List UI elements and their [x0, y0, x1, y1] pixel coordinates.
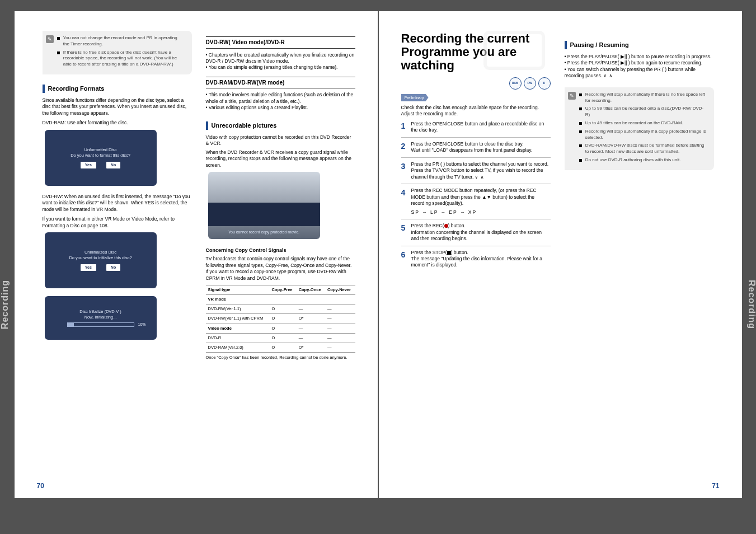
preliminary-tag: Preliminary	[401, 94, 429, 101]
yes-button: Yes	[81, 162, 96, 168]
osd-screen-copyguard: You cannot record copy protected movie.	[208, 172, 320, 239]
step-1: 1 Press the OPEN/CLOSE button and place …	[401, 118, 551, 138]
osd-screen-init: Uninitialized Disc Do you want to initia…	[45, 232, 157, 288]
bullet-text: • You can do simple editing (erasing tit…	[206, 64, 355, 71]
body-text: When the DVD Recorder & VCR receives a c…	[206, 149, 355, 168]
body-text: DVD-RW: When an unused disc is first ins…	[43, 194, 192, 213]
step-4: 4 Press the REC MODE button repeatedly, …	[401, 184, 551, 219]
no-button: No	[106, 162, 120, 168]
step-6: 6 Press the STOP() button.The message "U…	[401, 246, 551, 272]
page-number: 70	[37, 481, 44, 490]
side-tab: Recording	[0, 280, 11, 329]
body-text: Check that the disc has enough available…	[401, 105, 551, 118]
section-recording-formats: Recording Formats	[43, 85, 192, 93]
note-block: ✎ Recording will stop automatically if t…	[565, 87, 714, 170]
record-icon	[444, 224, 448, 228]
section-unrecordable: Unrecordable pictures	[206, 121, 355, 130]
page-right: Recording Recording the current Programm…	[379, 11, 742, 498]
disc-icon: R	[538, 77, 551, 90]
disc-icon: RAM	[509, 77, 522, 90]
body-text: DVD-RAM: Use after formatting the disc.	[43, 120, 192, 126]
body-text: TV broadcasts that contain copy control …	[206, 256, 355, 282]
note-text: Up to 99 titles can be recorded onto a d…	[585, 106, 706, 118]
note-block: ✎ You can not change the record mode and…	[43, 31, 192, 74]
body-text: Video with copy protection cannot be rec…	[206, 134, 355, 147]
compatible-discs: RAM RW R	[401, 77, 551, 90]
note-text: Recording will stop automatically if the…	[585, 92, 706, 104]
body-text: Since available functions differ dependi…	[43, 97, 192, 116]
osd-screen-format: Unformatted Disc Do you want to format t…	[45, 130, 157, 186]
progress-bar: 10%	[67, 322, 134, 327]
step-5: 5 Press the REC() button.Information con…	[401, 219, 551, 246]
page-left: Recording ✎ You can not change the recor…	[15, 11, 378, 498]
no-button: No	[106, 264, 120, 270]
sub-head-video-mode: DVD-RW( Video mode)/DVD-R	[206, 36, 355, 49]
footnote: Once "Copy Once" has been recorded, Reco…	[206, 355, 355, 360]
sub-head-vr-mode: DVD-RAM/DVD-RW(VR mode)	[206, 77, 355, 89]
page-number: 71	[712, 481, 719, 490]
note-text: Recording will stop automatically if a c…	[585, 129, 706, 141]
step-3: 3 Press the PR ( ) buttons to select the…	[401, 158, 551, 184]
copy-signal-table: Signal type Copy-Free Copy-Once Copy-Nev…	[206, 285, 355, 353]
bullet-text: • You can switch channels by pressing th…	[565, 67, 714, 79]
bullet-text: • Press the PLAY/PAUSE( ▶|| ) button to …	[565, 54, 714, 60]
pencil-icon: ✎	[568, 92, 576, 100]
bullet-text: • Chapters will be created automatically…	[206, 52, 355, 65]
yes-button: Yes	[81, 264, 96, 270]
disc-icon: RW	[524, 77, 536, 90]
note-text: Do not use DVD-R authoring discs with th…	[585, 157, 681, 163]
pencil-icon: ✎	[46, 35, 54, 43]
sub-head-copy-control: Concerning Copy Control Signals	[206, 247, 355, 254]
bullet-text: • This mode involves multiple editing fu…	[206, 92, 355, 105]
side-tab: Recording	[745, 280, 756, 329]
section-pausing: Pausing / Resuming	[565, 41, 714, 49]
body-text: If you want to format in either VR Mode …	[43, 216, 192, 229]
note-text: You can not change the record mode and P…	[63, 35, 184, 48]
decorative-tv-icon	[483, 31, 545, 70]
note-text: DVD-RAM/DVD-RW discs must be formatted b…	[585, 143, 706, 155]
stop-icon	[447, 251, 451, 255]
note-text: Up to 49 titles can be recorded on the D…	[585, 120, 683, 127]
step-2: 2 Press the OPEN/CLOSE button to close t…	[401, 138, 551, 158]
bullet-text: • Press the PLAY/PAUSE( ▶|| ) button aga…	[565, 60, 714, 66]
osd-screen-progress: Disc Initalize (DVD-V ) Now, Initializin…	[45, 296, 157, 340]
note-text: If there is no free disk space or the di…	[63, 50, 184, 68]
bullet-text: • Various editing options using a create…	[206, 105, 355, 111]
